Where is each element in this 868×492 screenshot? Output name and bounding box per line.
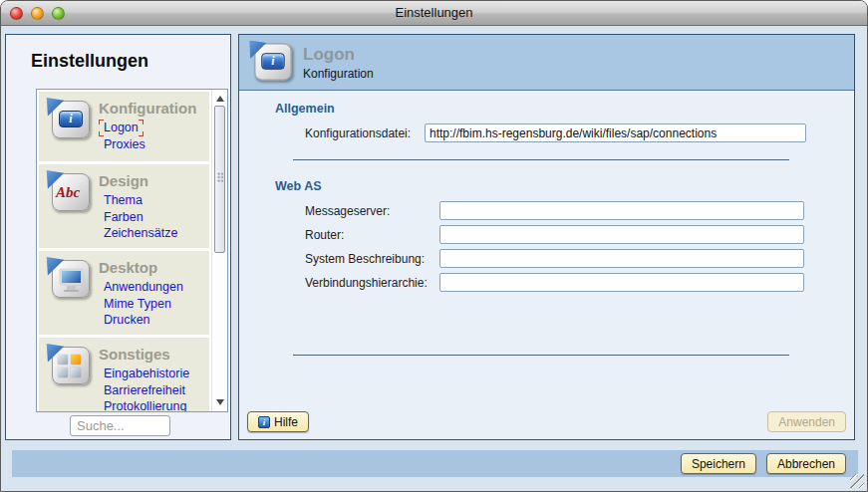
apply-button[interactable]: Anwenden bbox=[767, 411, 846, 432]
group-title: Konfiguration bbox=[99, 100, 205, 117]
field-label: Konfigurationsdatei: bbox=[305, 126, 425, 140]
sidebar-item-drucken[interactable]: Drucken bbox=[99, 312, 205, 329]
search-input[interactable] bbox=[70, 415, 170, 436]
system-beschreibung-input[interactable] bbox=[439, 249, 804, 268]
separator bbox=[293, 355, 789, 356]
category-design: Abc Design Thema Farben Zeichensätze bbox=[39, 164, 209, 248]
form-row-konfigurationsdatei: Konfigurationsdatei: bbox=[275, 123, 854, 142]
field-label: Router: bbox=[305, 228, 439, 242]
category-desktop: Desktop Anwendungen Mime Typen Drucken bbox=[39, 251, 209, 335]
settings-form: Allgemein Konfigurationsdatei: Web AS Me… bbox=[239, 92, 854, 439]
sidebar-item-logon[interactable]: Logon bbox=[99, 120, 205, 136]
sidebar-scrollbar[interactable] bbox=[211, 90, 227, 411]
group-title: Design bbox=[99, 172, 205, 189]
verbindungshierarchie-input[interactable] bbox=[439, 273, 804, 292]
scrollbar-thumb[interactable] bbox=[214, 106, 225, 253]
form-row-messageserver: Messageserver: bbox=[275, 201, 854, 220]
category-cards: i Konfiguration Logon Proxies Abc bbox=[37, 90, 211, 411]
help-button[interactable]: i Hilfe bbox=[247, 411, 309, 432]
messageserver-input[interactable] bbox=[439, 201, 804, 220]
main-panel: i Logon Konfiguration Allgemein Konfigur… bbox=[238, 34, 855, 440]
form-row-system-beschreibung: System Beschreibung: bbox=[275, 249, 854, 268]
sidebar-item-protokollierung[interactable]: Protokollierung bbox=[99, 398, 205, 411]
desktop-icon bbox=[45, 257, 93, 303]
titlebar[interactable]: Einstellungen bbox=[1, 1, 867, 26]
sidebar-item-anwendungen[interactable]: Anwendungen bbox=[99, 279, 205, 296]
sidebar-item-mime-typen[interactable]: Mime Typen bbox=[99, 296, 205, 313]
category-list: i Konfiguration Logon Proxies Abc bbox=[36, 89, 228, 412]
cancel-button[interactable]: Abbrechen bbox=[766, 453, 846, 474]
misc-icon bbox=[45, 344, 93, 389]
sidebar-item-barrierefreiheit[interactable]: Barrierefreiheit bbox=[99, 382, 205, 399]
sidebar-item-thema[interactable]: Thema bbox=[99, 192, 205, 209]
info-icon: i bbox=[258, 416, 270, 428]
section-title-allgemein: Allgemein bbox=[275, 101, 854, 117]
category-sonstiges: Sonstiges Eingabehistorie Barrierefreihe… bbox=[39, 338, 209, 411]
section-title-web-as: Web AS bbox=[275, 178, 854, 194]
window-title: Einstellungen bbox=[1, 5, 867, 20]
router-input[interactable] bbox=[439, 225, 804, 244]
main-header: i Logon Konfiguration bbox=[239, 35, 854, 91]
group-title: Sonstiges bbox=[99, 346, 205, 363]
form-row-verbindungshierarchie: Verbindungshierarchie: bbox=[275, 273, 854, 292]
page-title: Logon bbox=[303, 45, 374, 64]
category-konfiguration: i Konfiguration Logon Proxies bbox=[39, 92, 209, 161]
sidebar-panel: Einstellungen i Konfiguration Logon Prox… bbox=[5, 34, 231, 440]
page-subtitle: Konfiguration bbox=[303, 67, 374, 81]
form-row-router: Router: bbox=[275, 225, 854, 244]
settings-window: Einstellungen Einstellungen i Konfigurat… bbox=[0, 0, 868, 492]
field-label: Messageserver: bbox=[305, 204, 439, 218]
konfigurationsdatei-input[interactable] bbox=[425, 123, 806, 142]
sidebar-item-zeichensaetze[interactable]: Zeichensätze bbox=[99, 225, 205, 242]
group-title: Desktop bbox=[99, 259, 205, 276]
config-icon: i bbox=[45, 98, 93, 143]
scroll-up-icon[interactable] bbox=[212, 92, 228, 106]
field-label: System Beschreibung: bbox=[305, 252, 439, 266]
dialog-button-bar: Speichern Abbrechen bbox=[12, 450, 858, 477]
main-footer: i Hilfe Anwenden bbox=[247, 411, 846, 432]
config-icon: i bbox=[247, 40, 294, 85]
resize-grip[interactable] bbox=[850, 474, 864, 488]
field-label: Verbindungshierarchie: bbox=[305, 276, 439, 290]
sidebar-heading: Einstellungen bbox=[31, 51, 148, 72]
design-icon: Abc bbox=[45, 170, 93, 216]
sidebar-item-proxies[interactable]: Proxies bbox=[99, 136, 205, 153]
save-button[interactable]: Speichern bbox=[681, 453, 756, 474]
thumb-grip-icon bbox=[217, 172, 224, 182]
sidebar-item-farben[interactable]: Farben bbox=[99, 209, 205, 226]
scroll-down-icon[interactable] bbox=[212, 395, 228, 409]
sidebar-item-eingabehistorie[interactable]: Eingabehistorie bbox=[99, 366, 205, 382]
